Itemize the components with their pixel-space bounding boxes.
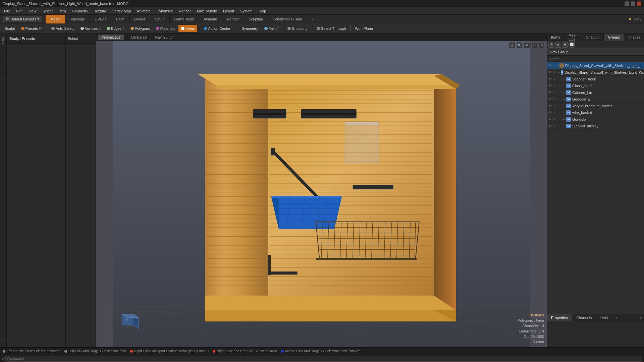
- tab-add[interactable]: +: [307, 15, 319, 23]
- rp-tab-groups[interactable]: Groups: [604, 34, 624, 41]
- select-through-button[interactable]: Select Through: [314, 25, 348, 32]
- tab-schematic-fusion[interactable]: Schematic Fusion: [268, 15, 307, 23]
- workplane-button[interactable]: WorkPlane: [352, 25, 376, 32]
- select-through-icon: [317, 27, 320, 30]
- tree-item-3[interactable]: 👁 ✓ — M Glass_shelf: [547, 82, 644, 89]
- tab-model[interactable]: Model: [46, 15, 65, 23]
- menu-system[interactable]: System: [237, 8, 255, 14]
- prop-add-button[interactable]: +: [613, 315, 619, 320]
- far-left-tab-poly[interactable]: [0, 64, 6, 71]
- rp-tool-1[interactable]: ◈: [555, 42, 561, 48]
- layouts-dropdown[interactable]: ⚙ Default Layouts ▾: [3, 16, 42, 22]
- vp-ctrl-pan[interactable]: ✥: [524, 42, 530, 48]
- falloff-button[interactable]: Falloff: [262, 25, 281, 32]
- menu-render[interactable]: Render: [176, 8, 194, 14]
- tree-item-5[interactable]: 👁 ✓ — M Gondola_2: [547, 96, 644, 103]
- tab-topology[interactable]: Topology: [65, 15, 90, 23]
- vertices-button[interactable]: Vertices 2: [78, 25, 103, 32]
- vp-ctrl-zoom[interactable]: 🔍: [517, 42, 523, 48]
- prop-expand-button[interactable]: ⤢: [640, 315, 643, 320]
- command-input[interactable]: [5, 356, 642, 362]
- menu-layout[interactable]: Layout: [220, 8, 237, 14]
- close-button[interactable]: ×: [637, 1, 641, 6]
- rp-tab-images[interactable]: Images: [624, 34, 644, 41]
- check-icon: ✓: [553, 117, 556, 121]
- action-center-button[interactable]: Action Center: [201, 25, 233, 32]
- menu-file[interactable]: File: [1, 8, 13, 14]
- tab-scripting[interactable]: Scripting: [244, 15, 268, 23]
- tree-item-1[interactable]: 👁 ✓ — M Display_Stand_Slatwall_with_Shel…: [547, 69, 644, 76]
- vp-ray-gl[interactable]: Ray GL: Off: [153, 35, 176, 40]
- tab-game-tools[interactable]: Game Tools: [170, 15, 199, 23]
- rp-tool-eye[interactable]: 👁: [548, 42, 554, 48]
- tree-item-group[interactable]: 👁 ✓ ▾ G Display_Stand_Slatwall_with_Shel…: [547, 62, 644, 69]
- rp-tab-mesh-ops[interactable]: Mesh Ops: [565, 34, 582, 41]
- rp-tool-2[interactable]: ◉: [562, 42, 568, 48]
- rp-tab-items[interactable]: Items: [547, 34, 565, 41]
- tree-item-2[interactable]: 👁 ✓ — M Scanner_hook: [547, 76, 644, 82]
- tree-item-8[interactable]: 👁 ✓ — M Gondola: [547, 116, 644, 123]
- items-button[interactable]: Items: [178, 25, 197, 32]
- menu-geometry[interactable]: Geometry: [69, 8, 91, 14]
- minimize-button[interactable]: _: [625, 1, 629, 6]
- tree-item-9[interactable]: 👁 ✓ — M Slatwall_display: [547, 123, 644, 129]
- tab-paint[interactable]: Paint: [111, 15, 129, 23]
- vp-ctrl-settings[interactable]: ⚙: [539, 42, 545, 48]
- snapping-button[interactable]: Snapping: [285, 25, 310, 32]
- menu-animate[interactable]: Animate: [134, 8, 153, 14]
- sculpt-button[interactable]: Sculpt: [2, 25, 18, 32]
- command-arrow: >: [2, 357, 4, 361]
- prop-tab-properties[interactable]: Properties: [547, 314, 572, 321]
- rp-tool-3[interactable]: ⬜: [569, 42, 575, 48]
- symmetry-button[interactable]: | Symmetry: [237, 25, 261, 32]
- far-left-tab-edge[interactable]: [0, 71, 6, 78]
- tree-item-4[interactable]: 👁 ✓ — M Colored_bin: [547, 89, 644, 96]
- menu-dynamics[interactable]: Dynamics: [154, 8, 175, 14]
- tab-setup[interactable]: Setup: [150, 15, 170, 23]
- edges-button[interactable]: Edges 2: [104, 25, 127, 32]
- tab-animate[interactable]: Animate: [199, 15, 222, 23]
- rp-tab-shading[interactable]: Shading: [582, 34, 604, 41]
- eye-icon: 👁: [548, 77, 552, 81]
- workplane-label: WorkPlane: [355, 26, 373, 31]
- menu-texture[interactable]: Texture: [92, 8, 109, 14]
- viewport[interactable]: Perspective Advanced Ray GL: Off ⊙ 🔍 ✥ ⬚…: [96, 34, 547, 347]
- status-text-3: Right Click: Viewport Context Menu (popu…: [134, 349, 209, 353]
- tree-item-7[interactable]: 👁 ✓ — M wire_basket: [547, 109, 644, 116]
- prop-tab-lists[interactable]: Lists: [596, 314, 612, 321]
- tab-uvedit[interactable]: UVEdit: [90, 15, 111, 23]
- maximize-button[interactable]: □: [631, 1, 635, 6]
- star-button[interactable]: ★: [628, 17, 632, 21]
- svg-rect-125: [353, 185, 393, 189]
- check-icon: ✓: [553, 70, 556, 74]
- far-left-tab-item[interactable]: [0, 57, 6, 64]
- only-label: Only: [634, 17, 641, 21]
- far-left-tab-vertex[interactable]: [0, 78, 6, 85]
- menu-select[interactable]: Select: [40, 8, 55, 14]
- menu-view[interactable]: View: [26, 8, 39, 14]
- tab-layout[interactable]: Layout: [129, 15, 150, 23]
- presets-button[interactable]: Presets Fx: [18, 25, 45, 32]
- menu-maxtomode[interactable]: MaxToModo: [194, 8, 220, 14]
- dropdown-icon: ⚙: [6, 17, 9, 21]
- menu-vertex-map[interactable]: Vertex Map: [110, 8, 134, 14]
- vp-ctrl-frame[interactable]: ⬚: [531, 42, 537, 48]
- far-left-tab-bottom[interactable]: [0, 340, 6, 347]
- materials-button[interactable]: Materials: [153, 25, 178, 32]
- menu-help[interactable]: Help: [256, 8, 269, 14]
- vp-ctrl-1[interactable]: ⊙: [509, 42, 515, 48]
- far-left-tab-sculpt[interactable]: Sculpt: [0, 34, 6, 50]
- eye-icon: 👁: [548, 111, 552, 114]
- viewport-3d[interactable]: F: [96, 41, 547, 347]
- menu-edit[interactable]: Edit: [13, 8, 25, 14]
- far-left-tab-select[interactable]: [0, 50, 6, 57]
- svg-marker-109: [205, 310, 456, 321]
- tab-render[interactable]: Render: [222, 15, 244, 23]
- vp-tab-perspective[interactable]: Perspective: [98, 35, 124, 40]
- prop-tab-channels[interactable]: Channels: [572, 314, 596, 321]
- vp-advanced[interactable]: Advanced: [128, 35, 149, 40]
- menu-item[interactable]: Item: [56, 8, 68, 14]
- tree-item-6[interactable]: 👁 ✓ — M Acrylic_brochure_holder: [547, 103, 644, 109]
- polygons-button[interactable]: Polygons: [128, 25, 153, 32]
- auto-select-button[interactable]: Auto Select: [49, 25, 77, 32]
